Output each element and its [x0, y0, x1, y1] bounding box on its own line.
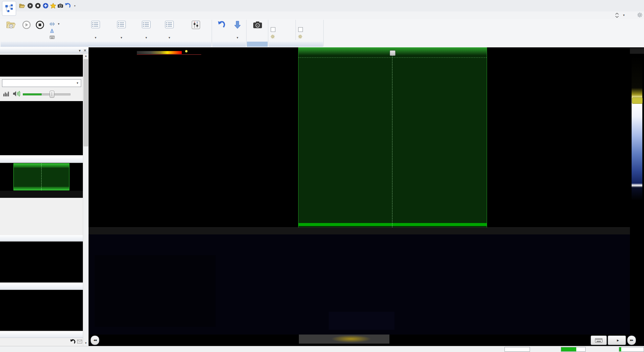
speaker-icon[interactable] — [13, 90, 20, 97]
list-icon — [91, 21, 100, 28]
noise-blanker-enable-checkbox[interactable] — [298, 27, 303, 32]
frequency-button[interactable] — [50, 34, 56, 41]
sdr-console-window: ▾ ▼ — [0, 0, 644, 352]
equalizer-icon[interactable] — [3, 91, 9, 97]
ribbon-group-extras — [247, 19, 268, 47]
ribbon-group-label-radio — [1, 42, 211, 47]
navigator-left-button[interactable]: ◀◀ — [91, 336, 99, 345]
keyboard-icon — [50, 35, 55, 39]
volume-row — [0, 89, 83, 99]
double-right-arrow-icon: ▶▶ — [630, 339, 633, 342]
undo-icon — [217, 20, 226, 29]
open-file-button[interactable] — [19, 2, 25, 9]
level-slider-handle[interactable] — [632, 97, 643, 104]
panel-close-icon[interactable]: ✕ — [84, 48, 87, 52]
app-icon[interactable] — [2, 1, 16, 16]
frequency-tooltip — [329, 312, 394, 330]
navigator-right-button[interactable]: ▶▶ — [627, 336, 636, 345]
ribbon-group-label-wideband-dsp — [269, 42, 323, 47]
ribbon-group-wideband-dsp — [269, 19, 323, 47]
scrollbar-up-arrow[interactable]: ▲ — [83, 53, 89, 59]
receive-panel-header: ▼ ✕ — [0, 47, 89, 53]
undo-icon[interactable] — [70, 339, 76, 344]
waterfall-region-box[interactable] — [95, 255, 216, 327]
auto-level-button[interactable] — [630, 48, 644, 54]
if-center-line — [41, 163, 42, 190]
ribbon-tab-row: ▼ — [0, 11, 644, 19]
list-icon — [165, 21, 174, 28]
checkbox-icon — [271, 27, 275, 32]
panel-collapse-icon[interactable]: ▼ — [78, 49, 81, 52]
scrollbar-thumb[interactable] — [84, 59, 88, 146]
mode-panel — [0, 241, 83, 282]
play-icon — [27, 3, 33, 9]
tune-line — [392, 52, 393, 227]
noise-blanker-options-button[interactable] — [298, 35, 302, 39]
settings-button[interactable] — [637, 12, 642, 19]
ribbon-group-rx-frequency: ▼ — [212, 19, 246, 47]
ribbon: ▼ ▼ ▼ ▼ ▼ — [0, 19, 644, 48]
record-button[interactable] — [42, 2, 49, 9]
navigator-zoom-button[interactable]: ▶ — [608, 336, 626, 345]
gear-icon — [271, 35, 275, 39]
gear-icon — [298, 35, 302, 39]
calibration-icon — [50, 29, 54, 33]
qat-customize-caret[interactable]: ▾ — [71, 2, 78, 9]
navigator-keyboard-button[interactable] — [591, 336, 607, 345]
waterfall-display[interactable] — [89, 234, 630, 335]
stop-icon — [36, 20, 44, 29]
ribbon-collapse-button[interactable] — [614, 12, 620, 19]
frequency-display[interactable] — [0, 55, 83, 77]
start-icon — [22, 20, 31, 29]
size-progress-bar — [619, 347, 644, 352]
auto-mute-options-button[interactable] — [271, 35, 275, 39]
screenshot-quick-button[interactable] — [57, 2, 64, 9]
panel-scrollbar[interactable]: ▲ ▼ — [83, 53, 89, 346]
palette-gradient-bar[interactable] — [137, 51, 182, 54]
spectrum-frequency-ruler[interactable] — [89, 227, 630, 234]
sliders-icon — [192, 20, 200, 29]
chevron-down-icon: ▼ — [76, 82, 79, 85]
star-icon — [50, 3, 56, 9]
play-button[interactable] — [27, 2, 34, 9]
calibration-button[interactable] — [50, 27, 56, 34]
checkbox-icon — [298, 27, 303, 32]
spectrum-display[interactable] — [89, 47, 630, 234]
scrollbar-down-arrow[interactable]: ▼ — [83, 341, 89, 346]
ribbon-separator — [268, 20, 268, 46]
gear-icon — [637, 12, 642, 17]
rx-marker[interactable] — [390, 50, 395, 56]
filter-header: ▲ — [0, 283, 89, 290]
frequency-navigator[interactable]: ◀◀ ▶ ▶▶ — [89, 335, 644, 346]
auto-mute-enable-checkbox[interactable] — [271, 27, 275, 32]
volume-slider-thumb[interactable] — [50, 91, 54, 98]
status-bar — [0, 346, 644, 352]
navigator-tune-glow — [331, 335, 371, 343]
ribbon-separator — [246, 20, 247, 46]
list-icon — [117, 21, 126, 28]
keyboard-icon — [595, 338, 602, 343]
audio-spectrum-panel — [0, 101, 83, 155]
if-display-header: ▲ — [0, 157, 89, 163]
undo-button[interactable] — [64, 2, 71, 9]
select-radio-icon — [6, 20, 16, 29]
ribbon-separator — [323, 20, 324, 46]
stop-button[interactable] — [35, 2, 41, 9]
level-gradient-slider[interactable] — [632, 56, 642, 201]
favourite-button[interactable] — [50, 2, 56, 9]
if-waterfall[interactable] — [0, 198, 83, 235]
receiver-panel: ▼ ✕ ▼ ▲ — [0, 47, 89, 346]
audio-device-select[interactable]: ▼ — [2, 79, 81, 87]
list-icon — [142, 21, 151, 28]
agc-header: ▲ — [0, 332, 89, 338]
bandwidth-button[interactable]: ▼ — [50, 20, 60, 27]
ribbon-separator — [212, 20, 212, 46]
title-bar: ▾ — [0, 0, 644, 11]
audio-progress-bar — [561, 347, 586, 352]
if-spectrum-display[interactable] — [0, 163, 83, 191]
envelope-icon[interactable] — [77, 340, 82, 344]
undo-icon — [64, 3, 71, 9]
style-menu[interactable]: ▼ — [623, 12, 625, 17]
ribbon-group-label-rx-frequency — [212, 42, 246, 47]
ribbon-separator — [296, 20, 296, 40]
